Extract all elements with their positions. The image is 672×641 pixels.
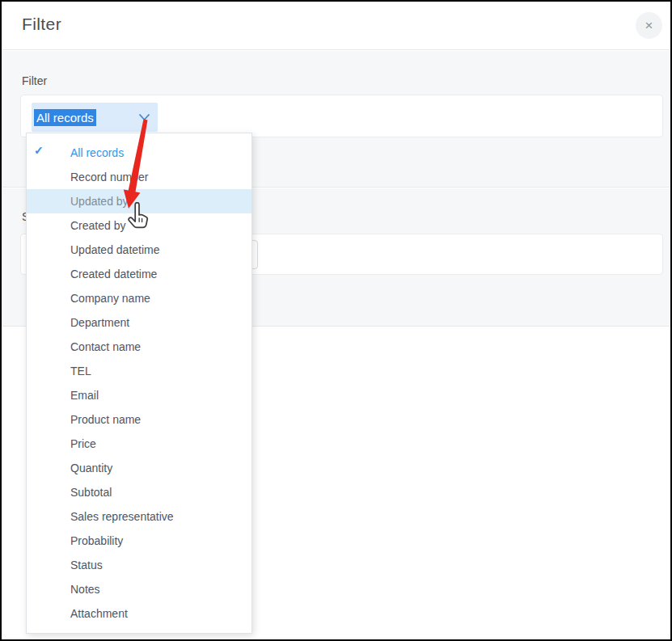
dropdown-item-label: Company name (70, 292, 150, 305)
dropdown-item-label: Updated datetime (70, 243, 160, 256)
dropdown-item-all-records[interactable]: ✓ All records (27, 141, 251, 165)
dropdown-item-label: TEL (70, 365, 91, 377)
filter-section-label: Filter (22, 74, 47, 87)
dropdown-item-label: Updated by (70, 195, 129, 208)
dropdown-item-label: Subtotal (70, 486, 112, 499)
close-button[interactable]: × (636, 12, 662, 39)
dropdown-item-contact-name[interactable]: Contact name (27, 335, 251, 359)
dropdown-item-email[interactable]: Email (27, 383, 251, 407)
dropdown-item-company-name[interactable]: Company name (27, 286, 251, 310)
filter-dialog: Filter × Filter All records S ✓ (0, 0, 672, 641)
dropdown-item-label: Probability (70, 534, 123, 547)
field-select[interactable]: All records (32, 103, 158, 132)
dropdown-item-updated-by[interactable]: Updated by (27, 189, 251, 213)
dropdown-item-price[interactable]: Price (27, 432, 251, 456)
dropdown-item-subtotal[interactable]: Subtotal (27, 480, 251, 504)
dropdown-item-record-number[interactable]: Record number (27, 165, 251, 189)
dropdown-item-attachment[interactable]: Attachment (27, 601, 251, 626)
page-title: Filter (22, 15, 61, 34)
dropdown-item-label: Product name (70, 413, 141, 426)
dropdown-item-probability[interactable]: Probability (27, 529, 251, 553)
dropdown-item-label: Status (70, 559, 103, 571)
filter-condition-row: All records (20, 95, 663, 137)
dropdown-item-label: Department (70, 316, 129, 329)
dropdown-item-product-name[interactable]: Product name (27, 407, 251, 432)
dropdown-item-label: All records (70, 146, 124, 159)
close-icon: × (645, 18, 653, 33)
dropdown-item-updated-datetime[interactable]: Updated datetime (27, 238, 251, 262)
dialog-header: Filter × (2, 2, 670, 50)
check-icon: ✓ (34, 144, 47, 157)
dropdown-item-label: Notes (70, 583, 100, 596)
dropdown-item-label: Sales representative (70, 510, 174, 523)
dropdown-item-label: Email (70, 389, 99, 402)
dropdown-item-notes[interactable]: Notes (27, 577, 251, 601)
field-select-value: All records (34, 109, 96, 126)
dropdown-item-created-datetime[interactable]: Created datetime (27, 262, 251, 286)
dropdown-item-label: Attachment (70, 607, 128, 620)
dropdown-item-label: Record number (70, 171, 149, 183)
dropdown-item-created-by[interactable]: Created by (27, 213, 251, 238)
dropdown-item-sales-representative[interactable]: Sales representative (27, 504, 251, 529)
dropdown-item-label: Quantity (70, 462, 112, 474)
dropdown-item-department[interactable]: Department (27, 310, 251, 335)
dropdown-item-label: Created by (70, 219, 125, 232)
dropdown-item-label: Created datetime (70, 268, 157, 280)
chevron-down-icon (138, 113, 150, 121)
dropdown-item-quantity[interactable]: Quantity (27, 456, 251, 480)
dropdown-item-tel[interactable]: TEL (27, 359, 251, 383)
dropdown-item-label: Price (70, 437, 96, 450)
dropdown-item-label: Contact name (70, 340, 141, 353)
dropdown-item-status[interactable]: Status (27, 553, 251, 577)
field-dropdown-menu: ✓ All records Record number Updated by C… (26, 133, 252, 634)
